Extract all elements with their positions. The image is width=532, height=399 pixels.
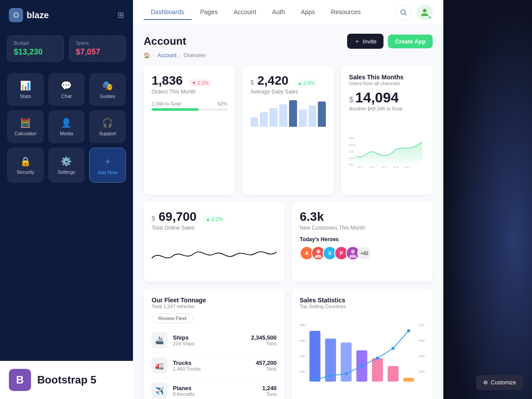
svg-text:$20.5K: $20.5K xyxy=(349,144,356,146)
right-panel-overlay xyxy=(443,0,532,399)
sales-stats-card: Sales Statistics Top Selling Countries 8… xyxy=(292,289,433,399)
svg-line-1 xyxy=(405,14,406,15)
svg-point-14 xyxy=(317,250,321,254)
new-customers-card: 6.3k New Customers This Month Today's He… xyxy=(292,202,433,282)
search-button[interactable] xyxy=(395,4,411,20)
svg-point-33 xyxy=(391,347,395,350)
sidebar-item-calculator[interactable]: 🧮 Calculator xyxy=(7,110,44,143)
sales-month-title: Sales This Months xyxy=(349,74,425,81)
spent-value: $7,057 xyxy=(76,47,119,57)
chat-icon: 💬 xyxy=(61,80,72,91)
new-customers-label: New Customers This Month xyxy=(300,225,425,231)
budget-label: Budget xyxy=(14,40,57,46)
svg-point-16 xyxy=(351,250,355,254)
sales-stats-title: Sales Statistics xyxy=(300,297,425,304)
review-fleet-button[interactable]: Review Fleet xyxy=(152,313,193,323)
sidebar-item-support[interactable]: 🎧 Support xyxy=(89,110,126,143)
svg-text:40%: 40% xyxy=(419,370,425,373)
sidebar: ⬡ blaze ⊞ Budget $13,230 Spent $7,057 📊 … xyxy=(0,0,133,399)
sales-line-chart-svg: $24K $20.5K $17K $13.5K $10K Apr 04 Apr … xyxy=(349,116,425,187)
trucks-name: Trucks xyxy=(173,360,250,366)
bootstrap-b: B xyxy=(16,374,23,386)
trucks-count: 1,460 Trucks xyxy=(173,366,250,372)
sidebar-item-chat[interactable]: 💬 Chat xyxy=(48,73,85,106)
budget-card: Budget $13,230 xyxy=(7,35,64,62)
orders-goal-text: 1,048 to Goal xyxy=(152,101,181,106)
daily-sales-card: $ 2,420 ▲ 2.6% Average Daily Sales xyxy=(243,66,334,195)
bar-8 xyxy=(318,102,326,127)
fleet-value-ships: 2,345,500 Tons xyxy=(251,334,277,346)
bar-7 xyxy=(309,106,317,127)
online-sales-label: Total Online Sales xyxy=(152,225,277,231)
breadcrumb-home-icon: 🏠 xyxy=(144,52,150,59)
bootstrap-icon: B xyxy=(9,369,31,391)
svg-rect-26 xyxy=(387,366,399,381)
customize-button[interactable]: ⚙ Customize xyxy=(476,375,523,390)
hero-avatar-extra: +42 xyxy=(357,246,372,260)
sidebar-item-security[interactable]: 🔒 Security xyxy=(7,148,44,183)
sidebar-item-add-new[interactable]: ＋ Add New xyxy=(89,148,126,183)
trucks-icon: 🚛 xyxy=(152,357,168,373)
sidebar-item-stats[interactable]: 📊 Stats xyxy=(7,73,44,106)
new-customers-value: 6.3k xyxy=(300,210,425,224)
settings-icon: ⚙️ xyxy=(61,156,72,167)
svg-point-34 xyxy=(407,329,410,332)
fleet-row-trucks: 🚛 Trucks 1,460 Trucks 457,200 Tons xyxy=(152,353,277,378)
breadcrumb: 🏠 › Account › Overwiev xyxy=(144,52,433,59)
svg-text:80%: 80% xyxy=(419,339,425,342)
stats-label: Stats xyxy=(20,94,31,99)
trucks-value: 457,200 xyxy=(256,360,277,366)
orders-progress-fill xyxy=(152,108,199,111)
sidebar-item-settings[interactable]: ⚙️ Settings xyxy=(48,148,85,183)
right-panel: ⚙ Customize xyxy=(443,0,532,399)
daily-sales-currency: $ xyxy=(250,79,254,86)
bar-2 xyxy=(260,112,268,127)
sidebar-menu-icon[interactable]: ⊞ xyxy=(117,10,124,20)
logo-icon: ⬡ xyxy=(9,8,23,22)
tab-dashboards[interactable]: Dashboards xyxy=(144,5,192,20)
security-icon: 🔒 xyxy=(20,156,31,167)
sidebar-item-guides[interactable]: 🎭 Guides xyxy=(89,73,126,106)
sales-month-subtitle: Users from all channels xyxy=(349,81,425,86)
sales-this-month-card: Sales This Months Users from all channel… xyxy=(341,66,433,195)
bar-6 xyxy=(299,110,307,127)
svg-rect-21 xyxy=(309,331,321,382)
wave-chart-svg xyxy=(152,236,277,272)
tab-pages[interactable]: Pages xyxy=(193,5,225,20)
planes-icon: ✈️ xyxy=(152,383,168,399)
orders-value: 1,836 xyxy=(152,74,183,88)
tab-resources[interactable]: Resources xyxy=(324,5,368,20)
tab-apps[interactable]: Apps xyxy=(294,5,322,20)
fleet-card: Our Fleet Tonnage Total 1,247 vehicles R… xyxy=(144,289,285,399)
tab-account[interactable]: Account xyxy=(227,5,263,20)
guides-label: Guides xyxy=(100,94,115,99)
svg-text:100%: 100% xyxy=(419,324,425,327)
svg-point-28 xyxy=(313,378,317,381)
online-sales-value: 69,700 xyxy=(159,210,197,224)
nav-tabs: Dashboards Pages Account Auth Apps Resou… xyxy=(144,5,368,20)
stats-icon: 📊 xyxy=(20,80,31,91)
svg-point-2 xyxy=(423,9,426,12)
breadcrumb-account[interactable]: Account xyxy=(157,52,176,59)
fleet-value-planes: 1,240 Tons xyxy=(262,385,277,397)
orders-progress-bar xyxy=(152,108,227,111)
media-icon: 👤 xyxy=(61,117,72,128)
invite-button[interactable]: ＋ Invite xyxy=(347,34,383,49)
ships-icon: 🚢 xyxy=(152,332,168,348)
security-label: Security xyxy=(16,169,34,175)
sales-month-goal: Another $48,346 to Goal xyxy=(349,106,425,111)
create-app-button[interactable]: Create App xyxy=(388,35,433,48)
fleet-info-planes: Planes 8 Aircrafts xyxy=(173,385,257,397)
online-sales-card: $ 69,700 ▲ 2.2% Total Online Sales xyxy=(144,202,285,282)
heroes-section: Today's Heroes A S P +42 xyxy=(300,236,425,260)
svg-point-29 xyxy=(329,374,332,377)
fleet-row-ships: 🚢 Ships 234 Ships 2,345,500 Tons xyxy=(152,328,277,353)
svg-point-31 xyxy=(360,364,364,368)
svg-text:600: 600 xyxy=(300,339,306,343)
guides-icon: 🎭 xyxy=(102,80,113,91)
tab-auth[interactable]: Auth xyxy=(265,5,292,20)
sales-month-value: 14,094 xyxy=(355,90,399,106)
svg-text:800: 800 xyxy=(300,323,306,327)
avatar[interactable] xyxy=(417,4,433,20)
sidebar-item-media[interactable]: 👤 Media xyxy=(48,110,85,143)
